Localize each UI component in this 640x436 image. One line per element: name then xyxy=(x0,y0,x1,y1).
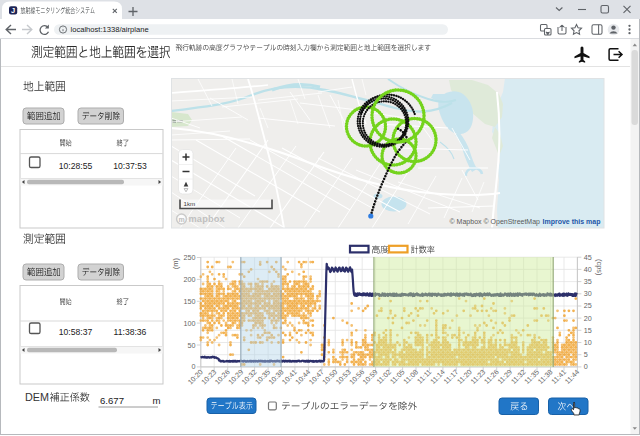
svg-text:40: 40 xyxy=(584,265,592,274)
svg-text:© Mapbox © OpenStreetMap: © Mapbox © OpenStreetMap xyxy=(450,218,541,226)
svg-text:10: 10 xyxy=(584,338,592,347)
svg-text:1km: 1km xyxy=(184,200,196,207)
svg-text:45: 45 xyxy=(584,253,592,262)
svg-text:m: m xyxy=(178,216,184,223)
svg-text:100: 100 xyxy=(184,319,196,328)
svg-text:localhost:1338/airplane: localhost:1338/airplane xyxy=(71,25,149,34)
svg-text:15: 15 xyxy=(584,326,592,335)
svg-text:11:38:36: 11:38:36 xyxy=(114,327,147,337)
svg-text:20: 20 xyxy=(584,314,592,323)
svg-text:10:58:37: 10:58:37 xyxy=(59,327,93,337)
svg-text:J: J xyxy=(11,6,15,15)
svg-text:35: 35 xyxy=(584,277,592,286)
svg-text:(m): (m) xyxy=(171,258,180,269)
svg-text:25: 25 xyxy=(584,301,592,310)
svg-text:30: 30 xyxy=(584,289,592,298)
svg-text:0: 0 xyxy=(584,362,588,371)
svg-text:6.677: 6.677 xyxy=(100,395,124,406)
svg-text:(cps): (cps) xyxy=(595,259,604,275)
svg-text:m: m xyxy=(153,395,161,406)
svg-text:mapbox: mapbox xyxy=(189,214,226,224)
svg-text:DEM: DEM xyxy=(25,391,49,403)
svg-text:0: 0 xyxy=(192,362,196,371)
svg-text:5: 5 xyxy=(584,350,588,359)
svg-text:10:28:55: 10:28:55 xyxy=(59,161,93,171)
svg-text:150: 150 xyxy=(184,297,196,306)
svg-text:250: 250 xyxy=(184,253,196,262)
svg-text:10:37:53: 10:37:53 xyxy=(113,161,147,171)
svg-text:200: 200 xyxy=(184,275,196,284)
svg-text:50: 50 xyxy=(188,341,196,350)
svg-text:Improve this map: Improve this map xyxy=(543,218,601,226)
